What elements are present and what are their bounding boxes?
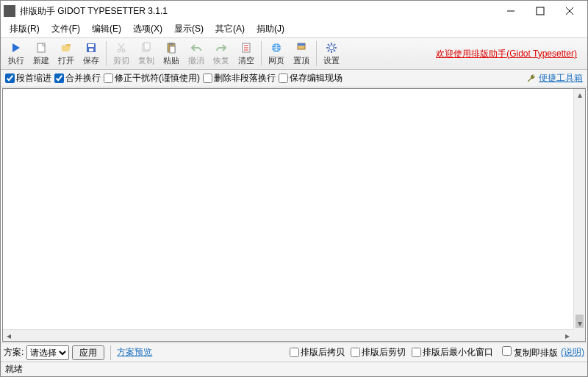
- tool-label: 剪切: [113, 55, 129, 66]
- clear-icon: [240, 41, 253, 54]
- tool-label: 恢复: [213, 55, 229, 66]
- tool-label: 保存: [83, 55, 99, 66]
- scrollbar-horizontal[interactable]: ◂ ▸: [3, 329, 573, 341]
- tool-clear-button[interactable]: 清空: [234, 39, 258, 68]
- tool-gear-button[interactable]: 设置: [320, 39, 343, 68]
- paste-icon: [165, 41, 178, 54]
- copy-layout-cb[interactable]: [502, 346, 512, 356]
- scheme-preview-link[interactable]: 方案预览: [117, 346, 152, 359]
- option-cb-4[interactable]: [279, 73, 288, 83]
- toolbox-label: 便捷工具箱: [539, 72, 583, 85]
- option-label: 保存编辑现场: [290, 72, 343, 85]
- tool-label: 新建: [33, 55, 49, 66]
- toolbar-separator: [261, 41, 262, 66]
- menubar: 排版(R)文件(F)编辑(E)选项(X)显示(S)其它(A)捐助(J): [1, 21, 587, 37]
- window-controls: [496, 2, 584, 20]
- svg-rect-14: [170, 46, 175, 53]
- menu-item-5[interactable]: 其它(A): [209, 21, 251, 37]
- option-0[interactable]: 段首缩进: [5, 72, 51, 85]
- tool-new-button[interactable]: 新建: [29, 39, 53, 68]
- tool-label: 执行: [8, 55, 24, 66]
- bottom-opt-cb-1[interactable]: [351, 348, 360, 357]
- toolbox-link[interactable]: 便捷工具箱: [526, 72, 583, 85]
- apply-button[interactable]: 应用: [72, 345, 104, 360]
- tool-label: 网页: [268, 55, 284, 66]
- tool-redo-button: 恢复: [209, 39, 233, 68]
- tool-label: 粘贴: [163, 55, 179, 66]
- scroll-up-icon[interactable]: ▴: [574, 89, 585, 101]
- copy-layout-checkbox[interactable]: 复制即排版: [502, 346, 558, 359]
- tool-open-button[interactable]: 打开: [54, 39, 78, 68]
- status-text: 就绪: [5, 363, 23, 376]
- cut-icon: [115, 41, 128, 54]
- tool-label: 置顶: [293, 55, 309, 66]
- tool-pin-button[interactable]: 置顶: [290, 39, 313, 68]
- app-icon: [4, 5, 15, 17]
- bottom-opt-cb-0[interactable]: [290, 348, 299, 357]
- play-icon: [10, 41, 23, 54]
- scrollbar-vertical[interactable]: ▴ ▾: [573, 89, 585, 329]
- welcome-link[interactable]: 欢迎使用排版助手(Gidot Typesetter): [436, 48, 584, 60]
- bottom-opt-label: 排版后最小化窗口: [423, 346, 493, 359]
- maximize-button[interactable]: [526, 2, 555, 20]
- option-4[interactable]: 保存编辑现场: [279, 72, 343, 85]
- bottom-opt-cb-2[interactable]: [412, 348, 421, 357]
- option-label: 删除非段落换行: [214, 72, 276, 85]
- window-title: 排版助手 GIDOT TYPESETTER 3.1.1: [20, 5, 496, 18]
- svg-rect-7: [89, 49, 93, 51]
- tool-label: 设置: [323, 55, 340, 66]
- option-cb-2[interactable]: [104, 73, 113, 83]
- copy-layout-label: 复制即排版: [514, 348, 558, 358]
- tool-undo-button: 撤消: [184, 39, 208, 68]
- option-3[interactable]: 删除非段落换行: [203, 72, 276, 85]
- save-icon: [85, 41, 98, 54]
- tool-web-button[interactable]: 网页: [265, 39, 288, 68]
- svg-rect-11: [144, 43, 150, 50]
- gear-icon: [325, 41, 338, 54]
- scheme-select[interactable]: 请选择: [26, 345, 69, 360]
- scroll-corner: [573, 329, 585, 341]
- tool-copy-button: 复制: [135, 39, 158, 68]
- option-cb-3[interactable]: [203, 73, 212, 83]
- pin-icon: [295, 41, 308, 54]
- close-button[interactable]: [555, 2, 584, 20]
- menu-item-6[interactable]: 捐助(J): [251, 21, 290, 37]
- menu-item-1[interactable]: 文件(F): [46, 21, 86, 37]
- open-icon: [60, 41, 73, 54]
- bottom-opt-1[interactable]: 排版后剪切: [351, 346, 406, 359]
- option-cb-0[interactable]: [5, 73, 15, 83]
- tool-play-button[interactable]: 执行: [4, 39, 28, 68]
- minimize-button[interactable]: [496, 2, 526, 20]
- option-1[interactable]: 合并换行: [54, 72, 101, 85]
- wrench-icon: [526, 73, 537, 84]
- bottom-bar: 方案: 请选择 应用 方案预览 排版后拷贝排版后剪切排版后最小化窗口 复制即排版…: [1, 342, 587, 362]
- option-label: 段首缩进: [16, 72, 51, 85]
- svg-rect-21: [298, 43, 305, 46]
- copy-icon: [140, 41, 153, 54]
- tool-save-button[interactable]: 保存: [79, 39, 103, 68]
- svg-rect-1: [537, 7, 544, 15]
- tool-label: 清空: [238, 55, 254, 66]
- scroll-left-icon[interactable]: ◂: [3, 330, 15, 341]
- status-bar: 就绪: [1, 362, 587, 376]
- menu-item-0[interactable]: 排版(R): [4, 21, 46, 37]
- bottom-opt-2[interactable]: 排版后最小化窗口: [412, 346, 493, 359]
- bottom-opt-0[interactable]: 排版后拷贝: [290, 346, 345, 359]
- menu-item-2[interactable]: 编辑(E): [86, 21, 127, 37]
- text-editor[interactable]: [3, 89, 585, 341]
- redo-icon: [215, 41, 228, 54]
- option-label: 合并换行: [65, 72, 101, 85]
- menu-item-4[interactable]: 显示(S): [168, 21, 209, 37]
- menu-item-3[interactable]: 选项(X): [127, 21, 168, 37]
- tool-paste-button[interactable]: 粘贴: [159, 39, 183, 68]
- option-2[interactable]: 修正干扰符(谨慎使用): [104, 72, 200, 85]
- svg-point-9: [122, 49, 125, 52]
- bottom-opt-label: 排版后拷贝: [301, 346, 345, 359]
- copy-layout-help-link[interactable]: (说明): [561, 346, 584, 359]
- scroll-down-icon[interactable]: ▾: [574, 317, 585, 329]
- options-bar: 段首缩进合并换行修正干扰符(谨慎使用)删除非段落换行保存编辑现场 便捷工具箱: [1, 70, 587, 87]
- toolbar-separator: [106, 41, 107, 66]
- option-cb-1[interactable]: [54, 73, 64, 83]
- scroll-right-icon[interactable]: ▸: [562, 330, 573, 341]
- svg-point-8: [118, 49, 121, 52]
